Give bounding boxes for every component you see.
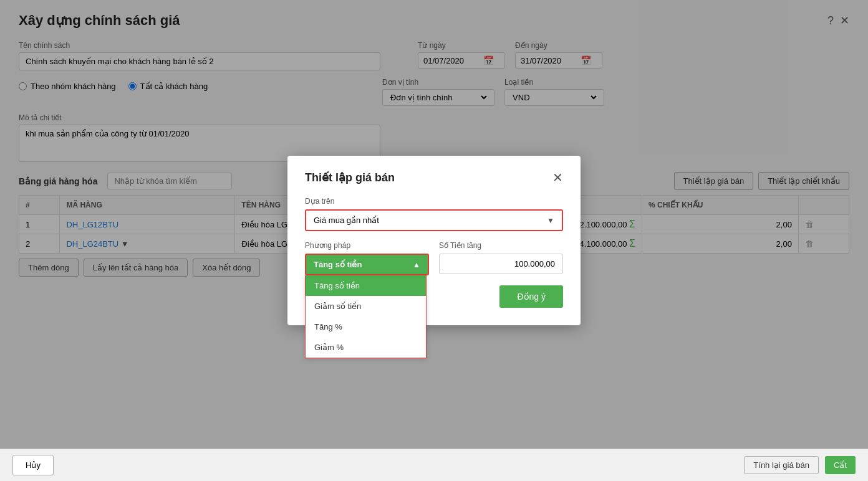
phuong-phap-chevron-icon: ▲ [413, 260, 420, 269]
dua-tren-chevron-icon: ▼ [547, 216, 554, 225]
dropdown-item-giam-so-tien[interactable]: Giảm số tiền [306, 296, 426, 317]
modal-close-button[interactable]: ✕ [552, 171, 563, 184]
dropdown-item-giam-phan-tram[interactable]: Giảm % [306, 337, 426, 358]
phuong-phap-label: Phương pháp [305, 241, 429, 250]
dua-tren-label: Dựa trên [305, 197, 563, 206]
dong-y-button[interactable]: Đồng ý [499, 285, 563, 308]
bottom-right-btns: Tính lại giá bán Cất [744, 456, 856, 474]
bottom-bar: Hủy Tính lại giá bán Cất [0, 449, 868, 481]
so-tien-col: Số Tiền tăng [439, 241, 563, 275]
dua-tren-select-wrapper: Giá mua gần nhất ▼ [305, 209, 563, 231]
dua-tren-value: Giá mua gần nhất [314, 216, 379, 225]
so-tien-label: Số Tiền tăng [439, 241, 563, 250]
phuong-phap-col: Phương pháp Tăng số tiền ▲ Tăng số tiền … [305, 241, 429, 275]
recalc-button[interactable]: Tính lại giá bán [744, 456, 819, 474]
modal-title: Thiết lập giá bán [305, 171, 395, 184]
so-tien-input[interactable] [439, 254, 563, 274]
save-button[interactable]: Cất [825, 456, 856, 474]
phuong-phap-value: Tăng số tiền [314, 260, 362, 269]
dropdown-item-tang-phan-tram[interactable]: Tăng % [306, 317, 426, 337]
cancel-button[interactable]: Hủy [12, 455, 54, 475]
phuong-phap-dropdown: Tăng số tiền Giảm số tiền Tăng % Giảm % [305, 275, 427, 358]
dua-tren-select[interactable]: Giá mua gần nhất ▼ [305, 209, 563, 231]
method-amount-row: Phương pháp Tăng số tiền ▲ Tăng số tiền … [305, 241, 563, 275]
dua-tren-section: Dựa trên Giá mua gần nhất ▼ [305, 197, 563, 231]
dropdown-item-tang-so-tien[interactable]: Tăng số tiền [306, 275, 426, 296]
modal-header: Thiết lập giá bán ✕ [305, 171, 563, 184]
phuong-phap-select[interactable]: Tăng số tiền ▲ [305, 254, 429, 275]
modal-dialog: Thiết lập giá bán ✕ Dựa trên Giá mua gần… [287, 156, 581, 325]
